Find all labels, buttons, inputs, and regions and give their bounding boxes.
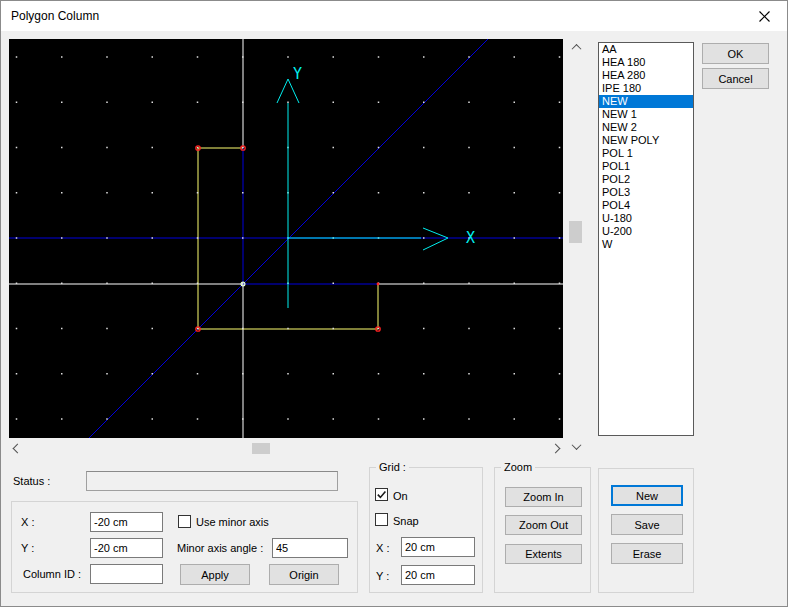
window-title: Polygon Column: [11, 9, 99, 23]
listbox-item[interactable]: AA: [599, 43, 693, 56]
column-id-input[interactable]: [90, 564, 163, 584]
erase-button[interactable]: Erase: [611, 543, 683, 564]
actions-group: New Save Erase: [598, 468, 694, 593]
listbox-item[interactable]: W: [599, 238, 693, 251]
y-input[interactable]: [90, 538, 163, 558]
canvas-vertical-scrollbar[interactable]: [567, 39, 585, 454]
listbox-item[interactable]: NEW POLY: [599, 134, 693, 147]
origin-button[interactable]: Origin: [269, 564, 339, 585]
chevron-up-icon: [571, 43, 581, 53]
zoom-out-button[interactable]: Zoom Out: [505, 515, 582, 535]
listbox-item[interactable]: POL 1: [599, 147, 693, 160]
grid-on-label: On: [393, 490, 408, 502]
grid-x-label: X :: [376, 542, 389, 554]
svg-text:X: X: [466, 229, 475, 247]
grid-on-checkbox[interactable]: [375, 488, 388, 501]
scroll-down-button[interactable]: [567, 438, 585, 454]
zoom-in-button[interactable]: Zoom In: [505, 487, 582, 507]
listbox-item[interactable]: POL1: [599, 160, 693, 173]
checkmark-icon: [376, 489, 387, 500]
use-minor-axis-label: Use minor axis: [196, 516, 269, 528]
listbox-item[interactable]: HEA 180: [599, 56, 693, 69]
chevron-right-icon: [550, 444, 560, 454]
grid-x-input[interactable]: [401, 537, 475, 557]
listbox-item[interactable]: POL2: [599, 173, 693, 186]
extents-button[interactable]: Extents: [505, 544, 582, 564]
minor-axis-angle-input[interactable]: [272, 538, 348, 558]
scroll-left-button[interactable]: [9, 441, 25, 456]
zoom-group: Zoom Zoom In Zoom Out Extents: [494, 467, 591, 593]
grid-group: Grid : On Snap X : Y :: [369, 467, 483, 593]
listbox-item[interactable]: HEA 280: [599, 69, 693, 82]
vertical-scroll-thumb[interactable]: [569, 221, 582, 243]
listbox-item[interactable]: NEW 1: [599, 108, 693, 121]
apply-button[interactable]: Apply: [180, 564, 250, 585]
close-button[interactable]: [741, 1, 787, 31]
title-bar: Polygon Column: [1, 1, 787, 31]
svg-text:Y: Y: [293, 65, 302, 83]
grid-snap-checkbox[interactable]: [375, 513, 388, 526]
chevron-left-icon: [12, 444, 22, 454]
section-listbox[interactable]: AAHEA 180HEA 280IPE 180NEWNEW 1NEW 2NEW …: [598, 42, 694, 436]
listbox-item[interactable]: NEW: [599, 95, 693, 108]
horizontal-scroll-thumb[interactable]: [252, 443, 270, 454]
grid-group-title: Grid :: [376, 461, 409, 473]
ok-button[interactable]: OK: [702, 43, 769, 64]
polygon-section-drawing: XY: [9, 39, 563, 438]
coordinates-group: X : Use minor axis Y : Minor axis angle …: [11, 501, 358, 593]
x-input[interactable]: [90, 512, 163, 532]
listbox-item[interactable]: NEW 2: [599, 121, 693, 134]
use-minor-axis-checkbox[interactable]: [178, 515, 191, 528]
polygon-column-dialog: Polygon Column XY AAHEA 180HEA 280IPE 18…: [0, 0, 788, 607]
column-id-label: Column ID :: [23, 568, 81, 580]
cancel-button[interactable]: Cancel: [702, 68, 769, 89]
listbox-item[interactable]: POL3: [599, 186, 693, 199]
grid-y-input[interactable]: [401, 565, 475, 585]
new-button[interactable]: New: [611, 485, 683, 506]
drawing-canvas[interactable]: XY: [9, 39, 563, 438]
grid-y-label: Y :: [376, 570, 389, 582]
save-button[interactable]: Save: [611, 514, 683, 535]
scroll-right-button[interactable]: [547, 441, 563, 456]
zoom-group-title: Zoom: [501, 461, 535, 473]
canvas-horizontal-scrollbar[interactable]: [9, 441, 563, 456]
status-label: Status :: [13, 475, 50, 487]
listbox-item[interactable]: IPE 180: [599, 82, 693, 95]
grid-snap-label: Snap: [393, 515, 419, 527]
listbox-item[interactable]: U-180: [599, 212, 693, 225]
scroll-up-button[interactable]: [567, 39, 585, 55]
x-label: X :: [21, 516, 34, 528]
y-label: Y :: [21, 542, 34, 554]
status-field: [86, 471, 338, 491]
chevron-down-icon: [571, 440, 581, 450]
close-icon: [759, 11, 770, 22]
minor-axis-angle-label: Minor axis angle :: [177, 542, 263, 554]
listbox-item[interactable]: U-200: [599, 225, 693, 238]
listbox-item[interactable]: POL4: [599, 199, 693, 212]
